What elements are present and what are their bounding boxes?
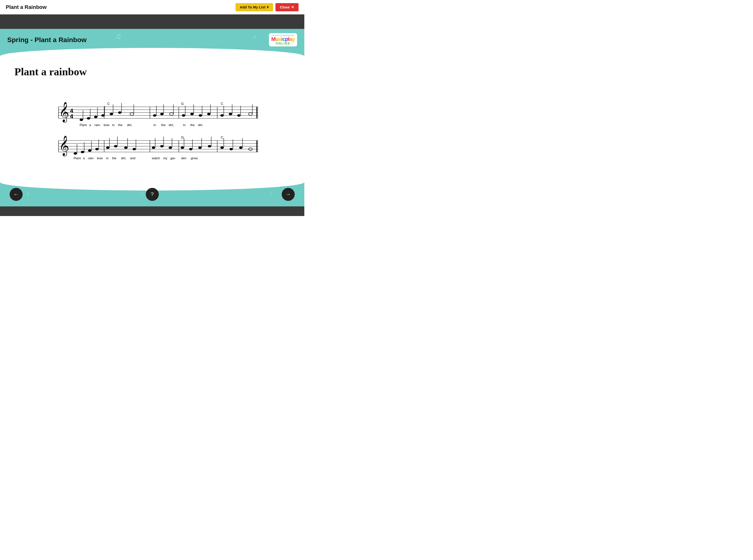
musicplay-logo: SONGS & MELODIES Musicplay ONLINE <box>269 33 297 46</box>
svg-point-53 <box>249 113 252 116</box>
svg-text:C: C <box>221 136 223 139</box>
svg-point-49 <box>229 113 232 115</box>
svg-point-100 <box>152 146 155 149</box>
svg-point-47 <box>220 114 224 117</box>
svg-point-25 <box>101 114 105 117</box>
svg-text:the: the <box>161 123 165 127</box>
bottom-nav: ← ? → <box>0 182 304 206</box>
help-icon: ? <box>151 191 154 198</box>
svg-text:dirt,: dirt, <box>127 123 132 127</box>
svg-text:a: a <box>83 156 85 160</box>
svg-point-23 <box>94 116 97 118</box>
song-title: Plant a rainbow <box>15 66 290 78</box>
svg-point-88 <box>88 149 92 152</box>
svg-point-94 <box>114 145 117 147</box>
svg-text:Plant: Plant <box>80 123 87 127</box>
svg-text:dirt,: dirt, <box>121 156 126 160</box>
sheet-music: 𝄞 4 4 C G C <box>44 85 260 163</box>
svg-text:the: the <box>118 123 122 127</box>
svg-text:grow.: grow. <box>191 156 198 160</box>
svg-text:dirt.: dirt. <box>198 123 203 127</box>
svg-point-21 <box>87 117 90 120</box>
svg-point-102 <box>160 145 164 147</box>
note-decoration-2: ♪ <box>253 33 256 40</box>
svg-text:C: C <box>221 102 223 106</box>
chevron-down-icon: ▾ <box>267 5 269 9</box>
svg-text:dirt,: dirt, <box>169 123 174 127</box>
svg-text:gar-: gar- <box>170 156 176 160</box>
prev-button[interactable]: ← <box>9 188 23 201</box>
bottom-dark-bar <box>0 206 304 216</box>
svg-point-114 <box>220 146 224 149</box>
svg-text:in: in <box>154 123 156 127</box>
svg-point-27 <box>110 113 113 115</box>
svg-point-96 <box>124 146 127 149</box>
close-icon: ✕ <box>291 5 294 9</box>
svg-text:G: G <box>181 102 184 106</box>
logo-music-label: Musicplay <box>271 37 295 42</box>
logo-area: SONGS & MELODIES Musicplay ONLINE <box>269 33 297 46</box>
svg-point-51 <box>237 114 241 117</box>
svg-text:in: in <box>183 123 185 127</box>
prev-icon: ← <box>14 191 19 198</box>
svg-text:bow: bow <box>97 156 103 160</box>
logo-online-label: ONLINE <box>276 42 290 45</box>
svg-text:𝄞: 𝄞 <box>59 136 69 156</box>
sheet-music-svg: 𝄞 4 4 C G C <box>44 85 260 162</box>
svg-point-29 <box>118 112 121 114</box>
svg-text:in: in <box>106 156 108 160</box>
svg-point-86 <box>81 151 84 153</box>
svg-text:my: my <box>163 156 167 160</box>
svg-text:𝄞: 𝄞 <box>59 102 69 123</box>
next-button[interactable]: → <box>282 188 295 201</box>
app-header: Plant a Rainbow Add To My List ▾ Close ✕ <box>0 0 304 15</box>
svg-text:G: G <box>181 136 184 139</box>
bottom-teal-band: ♪ ♫ ♪ ← ? → <box>0 182 304 206</box>
svg-point-37 <box>170 113 174 116</box>
svg-text:Plant: Plant <box>74 156 81 160</box>
svg-text:in: in <box>112 123 115 127</box>
next-icon: → <box>285 191 291 198</box>
svg-point-110 <box>198 146 202 149</box>
add-to-list-label: Add To My List <box>240 5 265 9</box>
svg-text:the: the <box>112 156 116 160</box>
svg-point-33 <box>153 114 156 117</box>
svg-point-116 <box>230 148 233 151</box>
app-title: Plant a Rainbow <box>6 4 47 11</box>
svg-text:4: 4 <box>70 113 73 120</box>
svg-text:den: den <box>181 156 186 160</box>
svg-text:and: and <box>130 156 135 160</box>
help-button[interactable]: ? <box>146 188 159 201</box>
add-to-list-button[interactable]: Add To My List ▾ <box>236 3 273 11</box>
svg-point-112 <box>208 145 211 147</box>
svg-point-35 <box>160 113 164 115</box>
svg-text:bow: bow <box>104 123 110 127</box>
svg-point-41 <box>190 113 194 115</box>
svg-text:a: a <box>89 123 91 127</box>
svg-point-43 <box>199 114 202 117</box>
svg-point-39 <box>182 114 185 117</box>
svg-text:rain-: rain- <box>88 156 94 160</box>
svg-point-106 <box>181 146 184 149</box>
svg-point-90 <box>95 148 99 151</box>
close-button[interactable]: Close ✕ <box>275 3 299 11</box>
teal-band: Spring - Plant a Rainbow ♫ ♪ SONGS & MEL… <box>0 29 304 56</box>
close-label: Close <box>280 5 290 9</box>
main-content: Plant a rainbow 𝄞 4 4 C G C <box>0 56 304 178</box>
svg-point-45 <box>207 113 211 115</box>
svg-point-92 <box>106 146 110 149</box>
svg-text:watch: watch <box>152 156 160 160</box>
svg-point-104 <box>169 146 172 149</box>
svg-text:rain-: rain- <box>95 123 101 127</box>
svg-point-31 <box>130 113 134 116</box>
svg-text:the: the <box>190 123 195 127</box>
svg-point-98 <box>133 148 136 151</box>
teal-band-title: Spring - Plant a Rainbow <box>7 36 86 44</box>
header-buttons: Add To My List ▾ Close ✕ <box>236 3 299 11</box>
svg-text:C: C <box>107 102 110 106</box>
note-decoration-1: ♫ <box>116 32 121 41</box>
dark-bar <box>0 15 304 29</box>
svg-point-118 <box>239 146 242 149</box>
svg-point-108 <box>189 148 193 151</box>
